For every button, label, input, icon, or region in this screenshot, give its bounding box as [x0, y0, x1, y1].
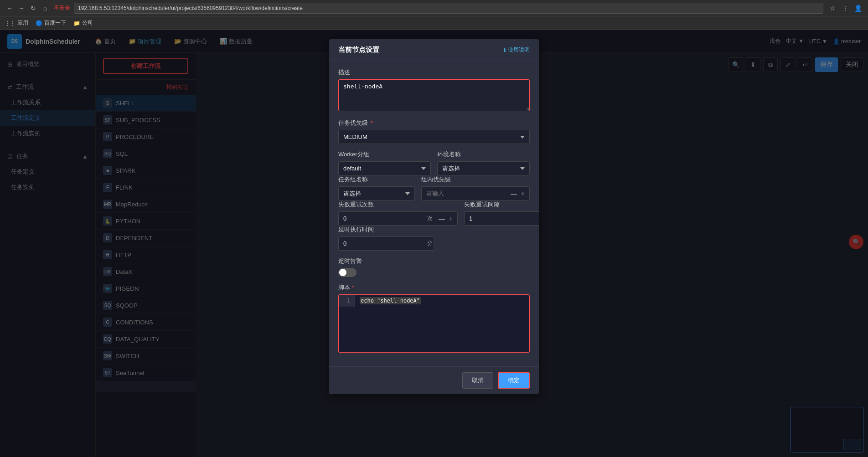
retry-interval-label: 失败重试间隔	[464, 200, 539, 209]
script-required: *	[352, 284, 354, 291]
retry-times-col: 失败重试次数 次 — +	[338, 200, 458, 226]
modal-dialog: 当前节点设置 ℹ 使用说明 描述 shell-nodeA 任务优先级 * MED…	[329, 39, 539, 394]
retry-times-stepper: 次 — +	[338, 211, 458, 226]
priority-select[interactable]: MEDIUM LOWEST LOW HIGH HIGHEST	[338, 130, 530, 144]
group-priority-col: 组内优先级 — +	[421, 175, 530, 200]
timeout-toggle-container	[338, 268, 530, 277]
retry-row: 失败重试次数 次 — + 失败重试间隔 分	[338, 200, 530, 226]
worker-env-row: Worker分组 default 环境名称 请选择	[338, 150, 530, 175]
env-name-col: 环境名称 请选择	[437, 150, 530, 175]
description-input[interactable]: shell-nodeA	[338, 79, 530, 111]
script-group: 脚本 * 1 echo "shell-nodeA"	[338, 283, 530, 353]
modal-help-link[interactable]: ℹ 使用说明	[504, 46, 530, 54]
script-label: 脚本 *	[338, 283, 530, 292]
delay-unit: 分	[424, 240, 434, 247]
retry-interval-input[interactable]	[465, 212, 539, 225]
delay-label: 延时执行时间	[338, 226, 530, 234]
extensions-button[interactable]: ⋮	[840, 3, 851, 14]
script-highlight: echo "shell-nodeA"	[360, 297, 421, 304]
env-name-select[interactable]: 请选择	[437, 161, 530, 175]
line-number-1: 1	[339, 295, 355, 307]
required-mark: *	[371, 119, 373, 126]
retry-times-label: 失败重试次数	[338, 200, 458, 209]
modal-body: 描述 shell-nodeA 任务优先级 * MEDIUM LOWEST LOW…	[329, 61, 539, 366]
home-button[interactable]: ⌂	[40, 3, 50, 13]
description-label: 描述	[338, 68, 530, 77]
timeout-group: 超时告警	[338, 257, 530, 277]
bookmark-company[interactable]: 📁 公司	[73, 19, 93, 27]
folder-icon: 📁	[73, 20, 80, 26]
task-group-select[interactable]: 请选择	[338, 186, 415, 200]
modal-overlay: 当前节点设置 ℹ 使用说明 描述 shell-nodeA 任务优先级 * MED…	[0, 30, 868, 457]
script-empty-area[interactable]	[339, 307, 529, 352]
group-priority-increment[interactable]: +	[518, 189, 527, 198]
task-group-row: 任务组名称 请选择 组内优先级 — +	[338, 175, 530, 200]
task-group-col: 任务组名称 请选择	[338, 175, 415, 200]
help-icon: ℹ	[504, 47, 506, 53]
worker-group-select[interactable]: default	[338, 161, 431, 175]
group-priority-buttons: — +	[507, 189, 529, 198]
modal-footer: 取消 确定	[329, 366, 539, 394]
script-container: 1 echo "shell-nodeA"	[338, 294, 530, 353]
delay-group: 延时执行时间 分 — +	[338, 226, 530, 251]
apps-icon: ⋮⋮	[5, 20, 16, 26]
retry-times-increment[interactable]: +	[446, 214, 455, 223]
timeout-alert-label: 超时告警	[338, 257, 530, 265]
group-priority-stepper: — +	[421, 186, 530, 200]
confirm-button[interactable]: 确定	[498, 372, 530, 389]
delay-input[interactable]	[339, 237, 424, 250]
retry-times-buttons: — +	[435, 214, 457, 223]
worker-group-col: Worker分组 default	[338, 150, 431, 175]
bookmarks-bar: ⋮⋮ 应用 🔵 百度一下 📁 公司	[0, 16, 868, 30]
worker-group-label: Worker分组	[338, 150, 431, 159]
retry-interval-col: 失败重试间隔 分 — +	[464, 200, 539, 226]
bookmark-apps[interactable]: ⋮⋮ 应用	[5, 19, 28, 27]
line-content-1: echo "shell-nodeA"	[355, 295, 529, 307]
forward-button[interactable]: →	[16, 3, 26, 13]
browser-bar: ← → ↻ ⌂ 不安全 ☆ ⋮ 👤	[0, 0, 868, 16]
group-priority-decrement[interactable]: —	[509, 189, 518, 198]
priority-group: 任务优先级 * MEDIUM LOWEST LOW HIGH HIGHEST	[338, 119, 530, 144]
description-group: 描述 shell-nodeA	[338, 68, 530, 113]
priority-label: 任务优先级 *	[338, 119, 530, 127]
group-priority-input[interactable]	[422, 187, 507, 200]
browser-nav-buttons: ← → ↻ ⌂	[5, 3, 50, 13]
bookmark-baidu[interactable]: 🔵 百度一下	[36, 19, 66, 27]
modal-title: 当前节点设置	[338, 46, 379, 54]
script-line-1: 1 echo "shell-nodeA"	[339, 295, 529, 307]
modal-header: 当前节点设置 ℹ 使用说明	[329, 39, 539, 61]
toggle-knob	[339, 269, 346, 276]
retry-times-input[interactable]	[339, 212, 424, 225]
insecure-warning: 不安全	[54, 4, 70, 12]
timeout-toggle[interactable]	[338, 268, 356, 277]
profile-button[interactable]: 👤	[852, 3, 863, 14]
env-name-label: 环境名称	[437, 150, 530, 159]
retry-times-decrement[interactable]: —	[437, 214, 446, 223]
cancel-button[interactable]: 取消	[462, 372, 493, 389]
delay-stepper: 分 — +	[338, 236, 434, 251]
retry-interval-stepper: 分 — +	[464, 211, 539, 226]
baidu-icon: 🔵	[36, 20, 42, 26]
task-group-label: 任务组名称	[338, 175, 415, 184]
reload-button[interactable]: ↻	[28, 3, 38, 13]
retry-times-unit: 次	[424, 215, 435, 222]
back-button[interactable]: ←	[5, 3, 15, 13]
bookmark-button[interactable]: ☆	[827, 3, 838, 14]
browser-action-buttons: ☆ ⋮ 👤	[827, 3, 863, 14]
url-bar[interactable]	[74, 3, 823, 14]
group-priority-label: 组内优先级	[421, 175, 530, 184]
